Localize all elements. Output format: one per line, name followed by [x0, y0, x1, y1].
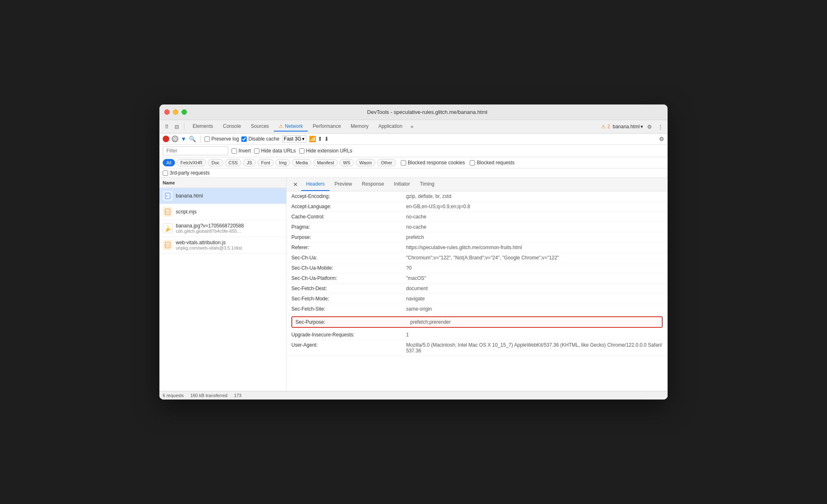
preserve-log-checkbox[interactable]: Preserve log: [204, 136, 239, 142]
blocked-cookies-input[interactable]: [401, 160, 406, 166]
warning-icon-sm: ⚠: [601, 124, 606, 129]
tab-console[interactable]: Console: [218, 122, 246, 132]
invert-checkbox[interactable]: Invert: [232, 148, 251, 154]
cursor-icon[interactable]: ⠿: [163, 123, 171, 131]
header-name-14: User-Agent:: [291, 342, 406, 354]
header-tab-timing[interactable]: Timing: [415, 178, 439, 191]
throttle-select[interactable]: Fast 3G ▾: [282, 135, 307, 143]
header-name-10: Sec-Fetch-Mode:: [291, 296, 406, 302]
chip-css[interactable]: CSS: [225, 159, 242, 166]
file-item-script-mjs[interactable]: {} script.mjs: [159, 204, 286, 220]
titlebar: DevTools - speculative-rules.glitch.me/b…: [159, 104, 668, 120]
header-value-3: no-cache: [406, 224, 663, 230]
minimize-button[interactable]: [173, 109, 178, 115]
more-options-icon[interactable]: ⋮: [656, 123, 664, 131]
header-row-9: Sec-Fetch-Dest: document: [286, 284, 668, 294]
header-value-6: "Chromium";v="122", "Not(A:Brand";v="24"…: [406, 255, 663, 261]
file-sub-3: unpkg.com/web-vitals@3.5.1/dist: [176, 245, 242, 250]
window-title: DevTools - speculative-rules.glitch.me/b…: [192, 109, 663, 115]
hide-ext-label: Hide extension URLs: [306, 148, 352, 154]
chip-other[interactable]: Other: [377, 159, 396, 166]
blocked-requests-label: Blocked requests: [477, 160, 514, 166]
hide-data-urls-checkbox[interactable]: Hide data URLs: [254, 148, 296, 154]
settings-right[interactable]: ⚙: [659, 135, 664, 143]
header-tab-headers[interactable]: Headers: [301, 178, 329, 191]
sep2: [200, 135, 200, 143]
top-toolbar: ⠿ ⊟ Elements Console Sources ⚠ Network P…: [159, 120, 668, 134]
third-party-label: 3rd-party requests: [170, 170, 209, 176]
header-row-0: Accept-Encoding: gzip, deflate, br, zstd: [286, 191, 668, 202]
filter-icon[interactable]: ▼: [181, 136, 186, 142]
file-list: Name ≡ banana.html {}: [159, 178, 286, 391]
file-sub-2: cdn.glitch.global/87b4c0fe-655…: [176, 229, 244, 234]
third-party-checkbox[interactable]: 3rd-party requests: [163, 170, 664, 176]
maximize-button[interactable]: [182, 109, 187, 115]
clear-button[interactable]: ⊘: [172, 136, 178, 142]
header-tab-response[interactable]: Response: [357, 178, 389, 191]
chip-manifest[interactable]: Manifest: [313, 159, 338, 166]
header-value-2: no-cache: [406, 214, 663, 220]
record-button[interactable]: [163, 136, 169, 142]
upload-icon[interactable]: ⬆: [318, 136, 323, 142]
close-panel-button[interactable]: ✕: [290, 178, 301, 191]
close-button[interactable]: [164, 109, 170, 115]
tab-network[interactable]: ⚠ Network: [274, 122, 308, 132]
file-name-0: banana.html: [176, 193, 203, 199]
chip-js[interactable]: JS: [243, 159, 256, 166]
disable-cache-checkbox[interactable]: Disable cache: [241, 136, 279, 142]
header-row-10: Sec-Fetch-Mode: navigate: [286, 294, 668, 304]
chip-wasm[interactable]: Wasm: [356, 159, 376, 166]
file-item-banana-jpg[interactable]: 🍌 banana.jpg?v=1705668720588 cdn.glitch.…: [159, 220, 286, 237]
header-row-13: Upgrade-Insecure-Requests: 1: [286, 330, 668, 340]
search-icon[interactable]: 🔍: [189, 136, 196, 142]
file-name-1: script.mjs: [176, 209, 197, 215]
settings-icon[interactable]: ⚙: [645, 123, 654, 131]
filter-input[interactable]: [163, 146, 228, 155]
chip-all[interactable]: All: [163, 159, 175, 166]
blocked-cookies-label: Blocked response cookies: [408, 160, 465, 166]
blocked-requests-checkbox[interactable]: Blocked requests: [470, 160, 514, 166]
target-selector[interactable]: banana.html ▾: [613, 124, 643, 129]
tab-sources[interactable]: Sources: [246, 122, 274, 132]
chevron-down-icon: ▾: [641, 124, 643, 129]
download-icon[interactable]: ⬇: [324, 136, 329, 142]
html-icon-svg: ≡: [164, 193, 171, 199]
header-tab-preview[interactable]: Preview: [329, 178, 357, 191]
hide-data-urls-input[interactable]: [254, 148, 259, 154]
wifi-icon[interactable]: 📶: [309, 136, 316, 142]
svg-text:{}: {}: [166, 211, 169, 214]
chip-img[interactable]: Img: [275, 159, 290, 166]
tab-memory[interactable]: Memory: [346, 122, 373, 132]
devtools-body: ⠿ ⊟ Elements Console Sources ⚠ Network P…: [159, 120, 668, 400]
disable-cache-input[interactable]: [241, 136, 247, 142]
header-row-2: Cache-Control: no-cache: [286, 212, 668, 222]
more-tabs-button[interactable]: »: [407, 122, 417, 131]
third-party-row: 3rd-party requests: [159, 168, 668, 178]
tab-performance[interactable]: Performance: [308, 122, 346, 132]
headers-content: Accept-Encoding: gzip, deflate, br, zstd…: [286, 191, 668, 391]
tab-application[interactable]: Application: [373, 122, 407, 132]
invert-input[interactable]: [232, 148, 237, 154]
file-icon-wv: {}: [163, 240, 173, 250]
chip-ws[interactable]: WS: [339, 159, 354, 166]
blocked-requests-input[interactable]: [470, 160, 475, 166]
preserve-log-input[interactable]: [204, 136, 210, 142]
header-value-12: prefetch;prerender: [410, 319, 659, 325]
chip-media[interactable]: Media: [292, 159, 311, 166]
chip-doc[interactable]: Doc: [208, 159, 223, 166]
third-party-input[interactable]: [163, 170, 168, 176]
blocked-cookies-checkbox[interactable]: Blocked response cookies: [401, 160, 465, 166]
header-name-7: Sec-Ch-Ua-Mobile:: [291, 265, 406, 271]
chip-font[interactable]: Font: [257, 159, 274, 166]
tab-elements[interactable]: Elements: [188, 122, 218, 132]
gear-icon[interactable]: ⚙: [659, 136, 664, 142]
header-tab-initiator[interactable]: Initiator: [389, 178, 415, 191]
hide-ext-input[interactable]: [299, 148, 304, 154]
sec-purpose-highlight: Sec-Purpose: prefetch;prerender: [291, 316, 663, 328]
file-info-banana-jpg: banana.jpg?v=1705668720588 cdn.glitch.gl…: [176, 223, 244, 234]
device-toolbar-icon[interactable]: ⊟: [173, 123, 181, 131]
file-item-banana-html[interactable]: ≡ banana.html: [159, 188, 286, 204]
hide-ext-checkbox[interactable]: Hide extension URLs: [299, 148, 352, 154]
chip-fetchxhr[interactable]: Fetch/XHR: [177, 159, 206, 166]
file-item-web-vitals[interactable]: {} web-vitals.attribution.js unpkg.com/w…: [159, 237, 286, 254]
